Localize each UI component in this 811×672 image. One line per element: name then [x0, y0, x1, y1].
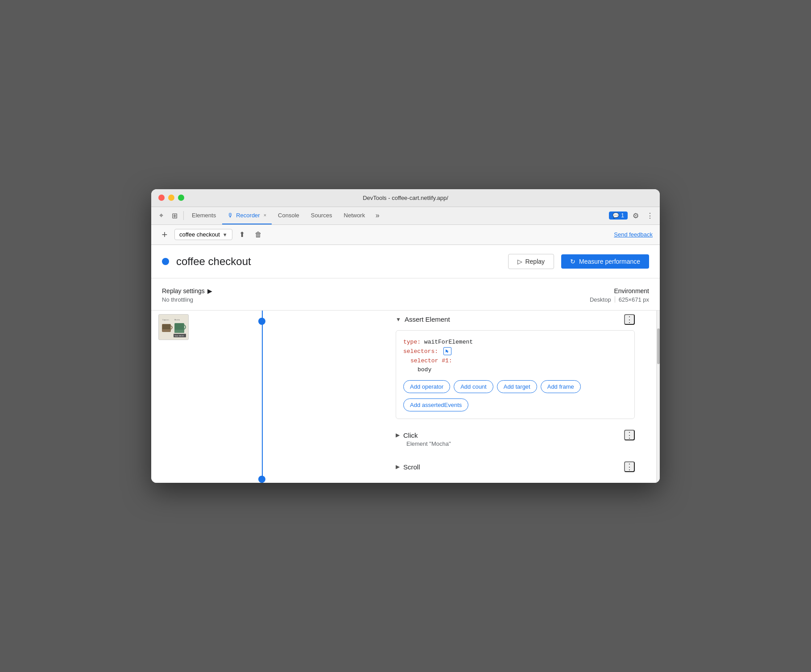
measure-performance-btn[interactable]: ↻ Measure performance — [561, 254, 649, 269]
more-tabs-btn[interactable]: » — [371, 209, 384, 222]
selector-cursor-icon[interactable] — [443, 347, 451, 355]
assert-element-code: type: waitForElement selectors: — [396, 330, 635, 419]
recording-selector[interactable]: coffee checkout ▼ — [174, 229, 232, 240]
timeline-line — [262, 311, 263, 483]
window-title: DevTools - coffee-cart.netlify.app/ — [363, 195, 448, 201]
chat-icon: 💬 — [612, 212, 619, 219]
dropdown-arrow-icon: ▼ — [223, 232, 228, 237]
scroll-header: ▶ Scroll ⋮ — [396, 461, 635, 472]
steps-area: Capuno... Mocha Total: $0.00 — [151, 311, 660, 483]
assert-element-menu-btn[interactable]: ⋮ — [624, 314, 635, 325]
scroll-title: Scroll — [403, 463, 621, 471]
more-vert-icon: ⋮ — [625, 462, 633, 472]
code-selectors: selectors: — [403, 347, 627, 357]
plus-icon: + — [162, 229, 168, 241]
add-count-btn[interactable]: Add count — [454, 380, 493, 393]
cursor-icon-btn[interactable]: ⌖ — [155, 209, 167, 222]
type-val: waitForElement — [424, 339, 473, 345]
tab-sources[interactable]: Sources — [306, 207, 338, 224]
tab-recorder-close[interactable]: × — [264, 212, 266, 218]
new-recording-btn[interactable]: + — [158, 228, 171, 241]
env-size: 625×671 px — [619, 296, 649, 303]
title-bar: DevTools - coffee-cart.netlify.app/ — [151, 189, 660, 207]
tab-recorder[interactable]: 🎙 Recorder × — [222, 207, 272, 224]
send-feedback-btn[interactable]: Send feedback — [614, 231, 653, 238]
scrollbar-track[interactable] — [656, 311, 660, 483]
scroll-toggle[interactable]: ▶ — [396, 464, 400, 470]
recorder-content: coffee checkout ▷ Replay ↻ Measure perfo… — [151, 245, 660, 483]
recorder-icon: 🎙 — [228, 212, 233, 219]
tab-console[interactable]: Console — [273, 207, 305, 224]
selectors-key: selectors: — [403, 348, 438, 355]
click-menu-btn[interactable]: ⋮ — [624, 430, 635, 440]
svg-rect-6 — [174, 331, 184, 333]
environment-value: Desktop 625×671 px — [590, 296, 649, 303]
svg-text:Total: $0.00: Total: $0.00 — [174, 335, 184, 337]
add-asserted-events-btn[interactable]: Add assertedEvents — [403, 398, 468, 411]
replay-settings-title[interactable]: Replay settings ▶ — [162, 287, 212, 295]
selector1-val: body — [418, 366, 431, 373]
code-selector1: selector #1: — [403, 357, 627, 366]
tab-recorder-label: Recorder — [236, 212, 260, 219]
assert-element-dot — [258, 318, 265, 325]
svg-text:Capuno...: Capuno... — [162, 319, 170, 321]
play-icon: ▷ — [517, 258, 522, 265]
layers-icon: ⊞ — [172, 212, 178, 220]
more-vert-icon: ⋮ — [625, 430, 633, 440]
scroll-menu-btn[interactable]: ⋮ — [624, 461, 635, 472]
svg-text:Mocha: Mocha — [174, 319, 180, 321]
add-operator-btn[interactable]: Add operator — [403, 380, 450, 393]
click-dot — [258, 476, 265, 483]
trash-icon: 🗑 — [255, 231, 262, 239]
tab-elements[interactable]: Elements — [186, 207, 221, 224]
tab-network[interactable]: Network — [339, 207, 371, 224]
more-options-btn[interactable]: ⋮ — [644, 209, 656, 222]
settings-btn[interactable]: ⚙ — [629, 209, 642, 222]
assert-element-toggle[interactable]: ▼ — [396, 316, 401, 323]
assert-element-step: ▼ Assert Element ⋮ type: waitForElement — [396, 314, 656, 419]
svg-rect-3 — [162, 329, 171, 331]
feedback-chat-btn[interactable]: 💬 1 — [609, 212, 628, 220]
more-vert-icon: ⋮ — [646, 212, 654, 220]
tab-separator — [183, 211, 184, 220]
svg-rect-2 — [162, 324, 170, 330]
more-vert-icon: ⋮ — [625, 315, 633, 324]
replay-settings-section: Replay settings ▶ No throttling Environm… — [151, 278, 660, 311]
gear-icon: ⚙ — [633, 212, 639, 220]
environment-section: Environment Desktop 625×671 px — [590, 287, 649, 303]
devtools-right-controls: 💬 1 ⚙ ⋮ — [609, 209, 656, 222]
selector1-key: selector #1: — [410, 357, 452, 364]
recording-status-dot — [162, 258, 169, 265]
add-buttons-row2: Add assertedEvents — [403, 398, 627, 411]
maximize-button[interactable] — [178, 195, 184, 201]
add-frame-btn[interactable]: Add frame — [541, 380, 581, 393]
delete-btn[interactable]: 🗑 — [252, 228, 265, 241]
replay-settings-left: Replay settings ▶ No throttling — [162, 287, 212, 303]
replay-btn[interactable]: ▷ Replay — [508, 254, 554, 269]
click-toggle[interactable]: ▶ — [396, 432, 400, 438]
cursor-icon: ⌖ — [159, 212, 163, 220]
export-btn[interactable]: ⬆ — [236, 228, 248, 241]
minimize-button[interactable] — [168, 195, 174, 201]
tab-elements-label: Elements — [192, 212, 216, 219]
recording-title: coffee checkout — [176, 255, 501, 268]
scrollbar-thumb[interactable] — [657, 328, 660, 364]
env-divider — [615, 296, 615, 303]
add-buttons-row1: Add operator Add count Add target Add fr… — [403, 380, 627, 393]
thumbnail-1: Capuno... Mocha Total: $0.00 — [158, 314, 189, 340]
environment-title: Environment — [590, 287, 649, 295]
scroll-step: ▶ Scroll ⋮ — [396, 461, 656, 472]
chevron-right-icon: » — [376, 212, 380, 220]
replay-label: Replay — [525, 258, 545, 265]
tab-console-label: Console — [278, 212, 299, 219]
close-button[interactable] — [158, 195, 165, 201]
add-target-btn[interactable]: Add target — [497, 380, 537, 393]
code-selector1-val: body — [403, 365, 627, 375]
click-step: ▶ Click ⋮ Element "Mocha" — [396, 430, 656, 447]
code-type: type: waitForElement — [403, 338, 627, 347]
steps-column: ▼ Assert Element ⋮ type: waitForElement — [378, 311, 656, 483]
click-title: Click — [403, 431, 621, 439]
env-name: Desktop — [590, 296, 611, 303]
recording-header: coffee checkout ▷ Replay ↻ Measure perfo… — [151, 245, 660, 278]
layers-icon-btn[interactable]: ⊞ — [168, 209, 181, 222]
